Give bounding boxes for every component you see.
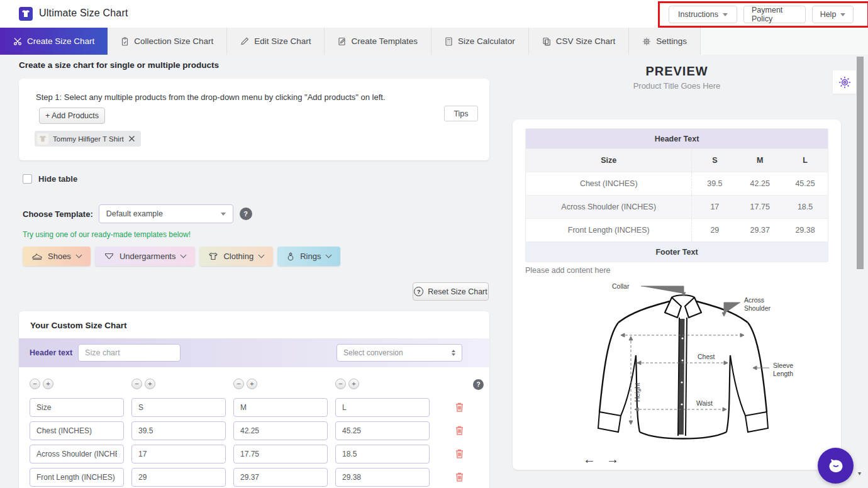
cell-input[interactable] — [131, 398, 226, 417]
chevron-down-icon — [326, 252, 332, 258]
template-button-label: Undergarments — [120, 252, 176, 261]
product-chip-label: Tommy Hilfiger T Shirt — [53, 135, 124, 143]
preview-table: Header Text Size S M L Chest (INCHES) 39… — [525, 128, 828, 262]
template-rings-button[interactable]: Rings — [277, 247, 340, 266]
clipboard-icon — [121, 37, 129, 46]
preview-settings-button[interactable] — [833, 70, 856, 94]
delete-row-icon[interactable] — [455, 425, 464, 436]
delete-row-icon[interactable] — [455, 472, 464, 482]
cell-input[interactable] — [233, 468, 328, 487]
main-content: Create a size chart for single or multip… — [0, 55, 868, 488]
preview-card: Header Text Size S M L Chest (INCHES) 39… — [513, 119, 841, 470]
table-help-icon[interactable]: ? — [473, 379, 484, 390]
preview-data-row: Across Shoulder (INCHES) 17 17.75 18.5 — [526, 196, 828, 219]
add-column-button[interactable]: + — [247, 379, 257, 389]
next-arrow-button[interactable]: → — [606, 453, 619, 465]
chat-widget-button[interactable] — [818, 448, 854, 484]
tab-create-size-chart[interactable]: Create Size Chart — [0, 28, 108, 55]
add-row-button[interactable]: + — [43, 379, 53, 389]
tab-size-calculator[interactable]: Size Calculator — [431, 28, 529, 55]
cell-input[interactable] — [30, 421, 124, 440]
preview-cell: 17 — [692, 202, 737, 211]
cell-input[interactable] — [30, 398, 124, 417]
template-button-label: Shoes — [48, 252, 71, 261]
instructions-button[interactable]: Instructions — [669, 6, 737, 23]
cell-input[interactable] — [131, 468, 226, 487]
table-row — [19, 445, 489, 463]
add-products-button[interactable]: + Add Products — [39, 108, 105, 124]
column-stepper: − + — [131, 379, 155, 389]
column-stepper: − + — [335, 379, 359, 389]
cell-input[interactable] — [131, 445, 226, 463]
header-text-label: Header text — [30, 348, 72, 357]
help-button[interactable]: Help — [812, 6, 854, 23]
column-stepper: − + — [233, 379, 257, 389]
remove-row-button[interactable]: − — [30, 379, 40, 389]
tab-settings[interactable]: Settings — [629, 28, 701, 55]
prev-arrow-button[interactable]: ← — [583, 453, 596, 465]
chevron-down-icon — [840, 13, 845, 16]
remove-column-button[interactable]: − — [335, 379, 346, 389]
cell-input[interactable] — [233, 398, 328, 417]
tab-label: CSV Size Chart — [556, 36, 616, 46]
scrollbar-thumb[interactable] — [857, 57, 864, 269]
question-circle-icon: ? — [414, 287, 423, 296]
tab-csv-size-chart[interactable]: CSV Size Chart — [529, 28, 630, 55]
reset-size-chart-button[interactable]: ? Reset Size Chart — [413, 282, 489, 301]
preview-footer-text: Footer Text — [655, 248, 698, 257]
cell-input[interactable] — [335, 421, 430, 440]
shoe-icon — [32, 253, 42, 260]
reset-label: Reset Size Chart — [428, 287, 487, 296]
cell-input[interactable] — [335, 468, 430, 487]
template-select[interactable]: Default example — [99, 204, 233, 223]
cell-input[interactable] — [233, 445, 328, 463]
preview-cell: 29.38 — [782, 226, 828, 235]
template-undergarments-button[interactable]: Undergarments — [95, 247, 196, 266]
chevron-down-icon — [221, 213, 226, 216]
cell-input[interactable] — [233, 421, 328, 440]
add-products-label: + Add Products — [45, 111, 99, 120]
remove-column-button[interactable]: − — [131, 379, 142, 389]
add-column-button[interactable]: + — [145, 379, 155, 389]
hide-table-checkbox[interactable] — [23, 174, 32, 184]
calculator-icon — [445, 37, 453, 46]
conversion-select[interactable]: Select conversion — [337, 344, 462, 362]
preview-col-l: L — [782, 156, 828, 165]
template-help-icon[interactable]: ? — [240, 208, 252, 220]
remove-column-button[interactable]: − — [233, 379, 244, 389]
header-text-input[interactable] — [78, 344, 181, 362]
remove-product-icon[interactable] — [128, 135, 135, 142]
tab-label: Collection Size Chart — [134, 36, 213, 46]
diagram-label-across-shoulder: Across Shoulder — [744, 296, 778, 313]
scrollbar-down-arrow[interactable]: ▾ — [858, 470, 861, 477]
cell-input[interactable] — [131, 421, 226, 440]
delete-row-icon[interactable] — [455, 402, 464, 413]
selected-product-chip[interactable]: Tommy Hilfiger T Shirt — [35, 131, 141, 147]
tips-button[interactable]: Tips — [444, 106, 478, 121]
cell-input[interactable] — [335, 398, 430, 417]
tab-label: Size Calculator — [458, 36, 515, 46]
preview-title: PREVIEW — [513, 64, 841, 79]
tab-edit-size-chart[interactable]: Edit Size Chart — [227, 28, 325, 55]
question-glyph: ? — [243, 210, 248, 218]
cell-input[interactable] — [30, 468, 124, 487]
delete-row-icon[interactable] — [455, 448, 464, 459]
instructions-label: Instructions — [678, 10, 718, 19]
payment-policy-button[interactable]: Payment Policy — [743, 6, 806, 23]
cell-input[interactable] — [335, 445, 430, 463]
column-stepper: − + — [30, 379, 53, 389]
tshirt-icon — [209, 252, 218, 260]
tab-create-templates[interactable]: Create Templates — [325, 28, 431, 55]
template-shoes-button[interactable]: Shoes — [23, 247, 91, 266]
diagram-label-waist: Waist — [696, 399, 713, 408]
cell-input[interactable] — [30, 445, 124, 463]
preview-nav: ← → — [583, 453, 619, 465]
chevron-down-icon — [75, 252, 82, 258]
template-clothing-button[interactable]: Clothing — [199, 247, 273, 266]
page-title: Ultimate Size Chart — [39, 8, 128, 19]
tab-collection-size-chart[interactable]: Collection Size Chart — [108, 28, 227, 55]
preview-row-label: Front Length (INCHES) — [526, 219, 692, 241]
add-column-button[interactable]: + — [348, 379, 359, 389]
chevron-down-icon — [259, 252, 265, 258]
content-placeholder: Please add content here — [525, 266, 611, 275]
